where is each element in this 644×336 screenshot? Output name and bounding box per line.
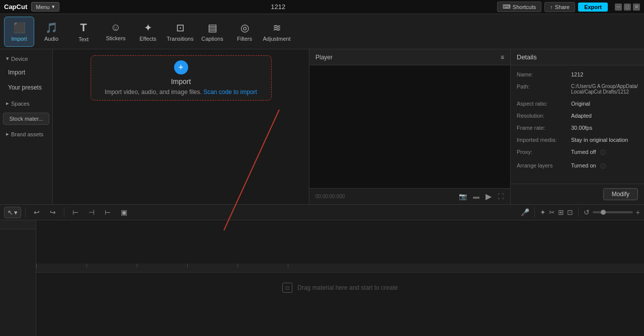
chevron-down-icon: ▾ <box>6 55 9 62</box>
sidebar-item-import[interactable]: Import <box>3 66 49 79</box>
detail-label-imported: Imported media: <box>517 137 567 143</box>
modify-button[interactable]: Modify <box>603 188 638 200</box>
tool-stickers-label: Stickers <box>106 35 125 41</box>
sidebar-stock-button[interactable]: Stock mater... <box>3 113 49 125</box>
proxy-info-icon[interactable]: ⓘ <box>600 149 606 156</box>
undo-button[interactable]: ↩ <box>30 205 44 219</box>
tool-import-label: Import <box>11 36 27 42</box>
detail-value-name: 1212 <box>571 71 583 77</box>
adjustment-icon: ≋ <box>273 22 281 34</box>
detail-value-arrange: Turned on <box>571 162 596 169</box>
timeline-ruler <box>36 264 644 273</box>
detail-value-resolution: Adapted <box>571 113 592 119</box>
app-logo: CapCut <box>4 3 27 11</box>
split-button[interactable]: ⊢ <box>68 205 83 219</box>
audio-icon: 🎵 <box>45 22 58 34</box>
tool-stickers[interactable]: ☺ Stickers <box>101 17 131 47</box>
arrange-info-icon[interactable]: ⓘ <box>600 162 606 170</box>
redo-button[interactable]: ↪ <box>46 205 60 219</box>
effects-icon: ✦ <box>144 22 152 34</box>
player-header: Player ≡ <box>309 49 510 65</box>
tool-adjustment-label: Adjustment <box>263 36 290 42</box>
tool-filters[interactable]: ◎ Filters <box>229 17 260 47</box>
sidebar-section-spaces[interactable]: ▸ Spaces <box>3 98 49 109</box>
redo-icon: ↪ <box>50 208 56 216</box>
import-dropzone[interactable]: + Import Import video, audio, and image … <box>91 55 272 101</box>
player-fullscreen-icon[interactable]: ⛶ <box>498 193 504 200</box>
detail-value-aspect: Original <box>571 101 590 107</box>
player-menu-icon[interactable]: ≡ <box>501 54 504 61</box>
tool-transitions-label: Transitions <box>167 36 193 42</box>
snap-button[interactable]: ⊡ <box>567 208 573 216</box>
menu-button[interactable]: Menu ▾ <box>31 2 59 12</box>
player-time-current: 00:00:00:000 <box>315 194 345 199</box>
detail-row-resolution: Resolution: Adapted <box>517 113 638 119</box>
mic-button[interactable]: 🎤 <box>521 208 529 216</box>
tool-transitions[interactable]: ⊡ Transitions <box>165 17 195 47</box>
tool-filters-label: Filters <box>237 36 252 42</box>
close-button[interactable]: ✕ <box>633 4 640 11</box>
select-tool-dropdown[interactable]: ↖ ▾ <box>4 207 21 218</box>
detail-row-name: Name: 1212 <box>517 71 638 77</box>
topbar: CapCut Menu ▾ 1212 ⌨ Shortcuts ↑ Share E… <box>0 0 644 14</box>
separator-1 <box>25 207 26 217</box>
scan-link[interactable]: Scan code to import <box>203 89 257 96</box>
chevron-right-icon-2: ▸ <box>6 131 9 137</box>
detail-row-arrange: Arrange layers Turned on ⓘ <box>517 162 638 170</box>
timeline-main[interactable]: ⊡ Drag material here and start to create <box>36 220 644 336</box>
sidebar-section-device[interactable]: ▾ Device <box>3 53 49 64</box>
captions-icon: ▤ <box>208 22 217 34</box>
player-screenshot-icon[interactable]: 📷 <box>459 193 467 200</box>
media-panel: + Import Import video, audio, and image … <box>53 49 309 204</box>
sidebar-brand-label: Brand assets <box>11 131 43 137</box>
tool-text-label: Text <box>78 36 89 42</box>
zoom-in-icon[interactable]: + <box>636 208 640 216</box>
keyboard-icon: ⌨ <box>503 4 511 10</box>
details-panel: Details Name: 1212 Path: C:/Users/G A Gr… <box>511 49 644 204</box>
tool-captions[interactable]: ▤ Captions <box>197 17 227 47</box>
player-play-button[interactable]: ▶ <box>486 192 492 201</box>
sidebar: ▾ Device Import Your presets ▸ Spaces St… <box>0 49 53 204</box>
trim-left-button[interactable]: ⊣ <box>85 205 99 219</box>
export-button[interactable]: Export <box>578 3 608 12</box>
player-ratio-icon[interactable]: ▬ <box>473 193 479 200</box>
minimize-button[interactable]: ─ <box>615 4 622 11</box>
share-icon: ↑ <box>550 4 553 10</box>
tool-adjustment[interactable]: ≋ Adjustment <box>262 17 292 47</box>
sidebar-section-brand[interactable]: ▸ Brand assets <box>3 129 49 139</box>
zoom-thumb <box>601 210 606 215</box>
align-button[interactable]: ⊞ <box>558 208 564 216</box>
autocut-button[interactable]: ✦ <box>540 208 546 216</box>
tool-audio[interactable]: 🎵 Audio <box>36 17 66 47</box>
detail-value-framerate: 30.00fps <box>571 125 592 131</box>
undo-icon: ↩ <box>34 208 40 216</box>
player-label: Player <box>315 54 333 61</box>
trim-left-icon: ⊣ <box>89 208 95 216</box>
tool-audio-label: Audio <box>44 36 58 42</box>
delete-button[interactable]: ▣ <box>117 205 131 219</box>
loop-button[interactable]: ↺ <box>584 208 590 216</box>
tool-effects[interactable]: ✦ Effects <box>133 17 163 47</box>
separator-2 <box>64 207 64 217</box>
sidebar-stock-label: Stock mater... <box>9 116 43 122</box>
details-title: Details <box>517 53 537 61</box>
tool-text[interactable]: T Text <box>68 17 99 47</box>
sidebar-item-presets[interactable]: Your presets <box>3 81 49 94</box>
maximize-button[interactable]: □ <box>624 4 631 11</box>
topbar-left: CapCut Menu ▾ <box>4 2 59 12</box>
trim-right-button[interactable]: ⊢ <box>101 205 115 219</box>
shortcuts-button[interactable]: ⌨ Shortcuts <box>497 2 541 12</box>
timeline-toolbar-right: 🎤 ✦ ✂ ⊞ ⊡ ↺ + <box>521 207 640 217</box>
trim-button-2[interactable]: ✂ <box>549 208 555 216</box>
details-header: Details <box>511 49 644 65</box>
drag-hint-text: Drag material here and start to create <box>297 284 397 291</box>
sidebar-spaces-label: Spaces <box>11 101 30 107</box>
zoom-slider[interactable] <box>593 211 633 213</box>
separator-4 <box>578 207 579 217</box>
details-footer: Modify <box>511 184 644 204</box>
main-area: ▾ Device Import Your presets ▸ Spaces St… <box>0 49 644 204</box>
share-button[interactable]: ↑ Share <box>544 2 575 12</box>
transitions-icon: ⊡ <box>176 22 185 34</box>
window-controls: ─ □ ✕ <box>615 4 640 11</box>
tool-import[interactable]: ⬛ Import <box>4 17 34 47</box>
